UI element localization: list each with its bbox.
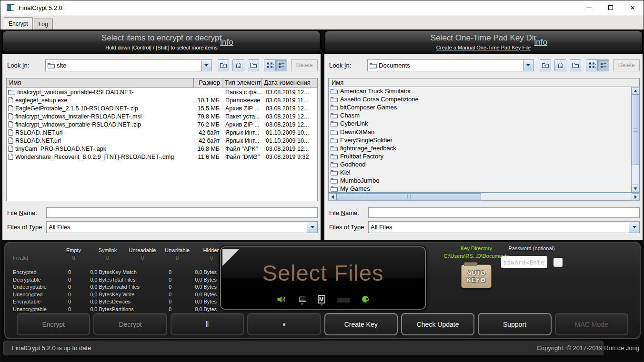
folder-row[interactable]: Klei: [329, 168, 639, 176]
scroll-up-button[interactable]: [632, 87, 639, 95]
right-column-header-name[interactable]: Имя: [328, 78, 640, 87]
folder-row[interactable]: fightnrage_feedback: [329, 144, 639, 152]
vertical-scroll-thumb[interactable]: [632, 95, 639, 165]
tab-log[interactable]: Log: [34, 19, 53, 29]
home-icon: [557, 61, 564, 69]
folder-row[interactable]: Godhood: [329, 160, 639, 168]
list-view-toggle[interactable]: [586, 59, 597, 71]
stats-row-label: Unencryptable: [13, 306, 59, 312]
file-row[interactable]: Wondershare_Recoverit_8.0.2.9_[TNT]-RSLO…: [7, 153, 317, 161]
encrypt-button[interactable]: Encrypt: [17, 313, 90, 335]
file-name-cell: EagleGetProtable_2.1.5.10-RSLOAD.NET-.zi…: [7, 105, 194, 112]
folder-row[interactable]: American Truck Simulator: [329, 87, 639, 95]
status-message: FinalCrypt 5.2.0 is up to date: [12, 344, 91, 352]
column-header-size[interactable]: Размер: [194, 78, 222, 88]
combo-arrow-icon[interactable]: [201, 60, 211, 71]
file-size-cell: 42 байт: [194, 129, 222, 136]
minimize-button[interactable]: [578, 0, 600, 15]
stats-invalid-value: 0: [125, 255, 160, 261]
close-button[interactable]: ✕: [622, 0, 644, 15]
password-visibility-checkbox[interactable]: [553, 258, 563, 267]
right-file-name-input[interactable]: [368, 207, 640, 218]
combo-arrow-icon[interactable]: [629, 222, 639, 233]
led-indicator: [301, 303, 303, 304]
scroll-right-button[interactable]: [632, 193, 639, 200]
folder-row[interactable]: DawnOfMan: [329, 127, 639, 136]
right-files-of-type-combo[interactable]: All Files: [368, 221, 640, 233]
new-folder-button[interactable]: [248, 59, 259, 71]
details-view-toggle[interactable]: [598, 59, 609, 71]
password-input[interactable]: [501, 256, 547, 268]
up-folder-icon: [542, 61, 549, 69]
file-row[interactable]: finalcrypt_windows_portable-RSLOAD.NET-.…: [7, 120, 317, 128]
pause-button[interactable]: Ⅱ: [171, 313, 244, 335]
home-button[interactable]: [554, 59, 566, 71]
folder-row[interactable]: Fruitbat Factory: [329, 152, 639, 160]
file-row[interactable]: EagleGetProtable_2.1.5.10-RSLOAD.NET-.zi…: [7, 104, 317, 112]
file-row[interactable]: eagleget_setup.exe10,1 МБПриложение03.08…: [7, 96, 317, 104]
details-view-toggle[interactable]: [276, 59, 287, 71]
scroll-left-button[interactable]: [329, 193, 336, 200]
right-info-link[interactable]: info: [534, 38, 547, 47]
decrypt-button[interactable]: Decrypt: [93, 313, 167, 335]
stats-count: 0: [158, 277, 182, 283]
column-header-type[interactable]: Тип элемента: [222, 78, 262, 88]
left-info-link[interactable]: info: [220, 38, 233, 47]
up-folder-button[interactable]: [540, 59, 551, 71]
left-look-in-combo[interactable]: site: [45, 59, 212, 71]
check-update-button[interactable]: Check Update: [401, 313, 474, 335]
stop-button[interactable]: ■: [247, 313, 321, 335]
file-type-cell: Файл "APK": [222, 146, 262, 152]
folder-row[interactable]: MumboJumbo: [329, 176, 639, 185]
up-folder-button[interactable]: [218, 59, 229, 71]
stats-bytes: 0,0 Bytes: [182, 292, 217, 297]
column-header-date[interactable]: Дата изменения: [262, 78, 317, 88]
support-button[interactable]: Support: [478, 313, 551, 335]
password-label: Password (optional): [486, 245, 577, 251]
app-icon: [7, 4, 14, 11]
scroll-down-button[interactable]: [632, 185, 639, 192]
right-look-in-combo[interactable]: Documents: [367, 59, 534, 71]
status-display: Select Files M: [220, 246, 426, 310]
folder-icon: [331, 137, 338, 143]
list-view-toggle[interactable]: [264, 59, 275, 71]
right-delete-button: Delete: [613, 59, 640, 71]
stats-invalid-value: 0: [160, 255, 194, 261]
file-name-cell: tinyCam_PRO-RSLOAD.NET-.apk: [7, 146, 194, 152]
file-icon: [8, 146, 13, 152]
combo-arrow-icon[interactable]: [523, 60, 533, 71]
folder-row[interactable]: bitComposer Games: [329, 103, 639, 111]
action-buttons: EncryptDecryptⅡ■Create KeyCheck UpdateSu…: [17, 313, 628, 335]
right-files-of-type-value: All Files: [371, 224, 629, 231]
screen-icon: [298, 296, 306, 303]
horizontal-scrollbar[interactable]: [328, 193, 640, 201]
file-row[interactable]: RSLOAD.NET.url42 байтЯрлык Инт...01.10.2…: [7, 137, 317, 145]
combo-arrow-icon[interactable]: [307, 222, 317, 233]
folder-row[interactable]: My Games: [329, 185, 639, 193]
folder-row[interactable]: CyberLink: [329, 119, 639, 127]
horizontal-scroll-thumb[interactable]: [336, 193, 481, 200]
vertical-scrollbar[interactable]: [631, 87, 639, 192]
mac-mode-button: MAC Mode: [555, 313, 628, 335]
folder-row[interactable]: Assetto Corsa Competizione: [329, 95, 639, 103]
left-file-chooser: Look In: site Delete Имя Размер Тип элем…: [2, 54, 321, 240]
folder-row[interactable]: EverySingleSoldier: [329, 136, 639, 144]
stats-bytes: 0,0 Bytes: [80, 306, 112, 312]
home-button[interactable]: [232, 59, 244, 71]
new-folder-button[interactable]: [570, 59, 581, 71]
file-date-cell: 03.08.2019 11...: [262, 97, 317, 104]
left-files-of-type-combo[interactable]: All Files: [46, 221, 318, 233]
tab-encrypt[interactable]: Encrypt: [4, 17, 33, 29]
file-row[interactable]: tinyCam_PRO-RSLOAD.NET-.apk16,8 МБФайл "…: [7, 145, 317, 153]
left-file-name-input[interactable]: [46, 207, 318, 218]
create-key-button[interactable]: Create Key: [324, 313, 398, 335]
file-row[interactable]: finalcrypt_windows_portable-RSLOAD.NET-П…: [7, 88, 317, 96]
create-manual-key-link[interactable]: Create a Manual One-Time Pad Key File: [325, 45, 642, 50]
file-row[interactable]: finalcrypt_windows_installer-RSLOAD.NET-…: [7, 112, 317, 120]
maximize-button[interactable]: [600, 0, 622, 15]
folder-row[interactable]: Chasm: [329, 111, 639, 119]
stats-count: 0: [158, 269, 182, 275]
file-row[interactable]: RSLOAD..NET.url42 байтЯрлык Инт...01.10.…: [7, 128, 317, 137]
column-header-name[interactable]: Имя: [7, 78, 194, 88]
left-header-title: Select items to encrypt or decrypt: [3, 33, 320, 43]
